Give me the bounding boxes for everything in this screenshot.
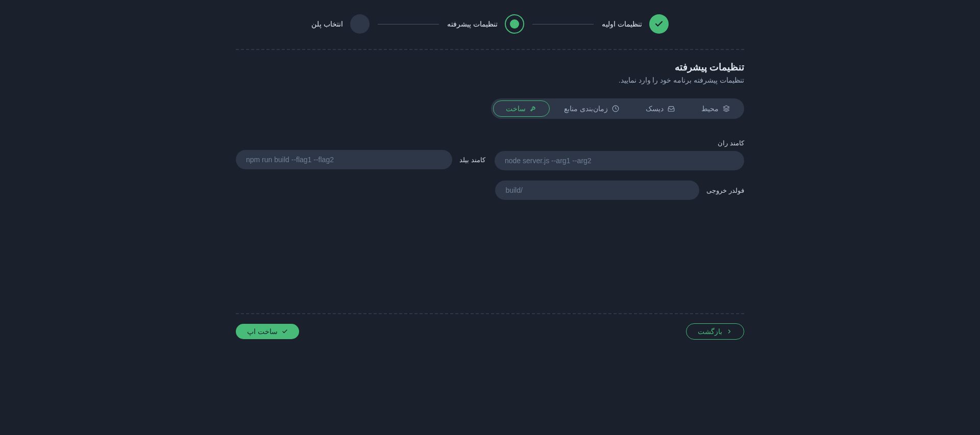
step-connector	[532, 24, 594, 24]
submit-button[interactable]: ساخت اپ	[236, 324, 299, 339]
run-command-label: کامند ران	[495, 139, 744, 147]
step-circle-completed	[649, 14, 669, 34]
divider	[236, 313, 744, 314]
tab-label: زمان‌بندی منابع	[564, 105, 608, 113]
tab-label: ساخت	[506, 105, 526, 113]
stepper: تنظیمات اولیه تنظیمات پیشرفته انتخاب پلن	[236, 14, 744, 34]
step-connector	[378, 24, 439, 24]
step-initial-settings: تنظیمات اولیه	[602, 14, 669, 34]
form-area: کامند ران کامند بیلد فولدر خروجی	[236, 139, 744, 200]
divider	[236, 49, 744, 50]
stack-icon	[723, 105, 730, 112]
tab-disk[interactable]: دیسک	[633, 101, 687, 116]
tab-env[interactable]: محیط	[689, 101, 742, 116]
step-label: انتخاب پلن	[311, 20, 343, 28]
check-icon	[654, 19, 664, 29]
step-advanced-settings: تنظیمات پیشرفته	[447, 14, 524, 34]
submit-button-label: ساخت اپ	[247, 327, 278, 336]
output-folder-label: فولدر خروجی	[706, 187, 744, 194]
wrench-icon	[530, 105, 537, 112]
check-icon	[282, 328, 288, 335]
tab-label: محیط	[701, 105, 719, 113]
tab-label: دیسک	[646, 105, 664, 113]
step-plan-selection: انتخاب پلن	[311, 14, 370, 34]
build-command-input[interactable]	[236, 150, 452, 169]
step-label: تنظیمات اولیه	[602, 20, 642, 28]
step-label: تنظیمات پیشرفته	[447, 20, 498, 28]
tab-cron[interactable]: زمان‌بندی منابع	[552, 101, 631, 116]
clock-icon	[612, 105, 619, 112]
build-command-label: کامند بیلد	[459, 156, 485, 164]
step-circle-pending	[350, 14, 370, 34]
section-subtitle: تنظیمات پیشرفته برنامه خود را وارد نمایی…	[236, 76, 744, 84]
output-folder-input[interactable]	[495, 181, 699, 200]
tab-build[interactable]: ساخت	[493, 100, 550, 117]
back-button[interactable]: بازگشت	[686, 323, 744, 340]
section-title: تنظیمات پیشرفته	[236, 61, 744, 73]
tabs: محیط دیسک زمان‌بندی منابع ساخت	[491, 98, 744, 119]
footer-actions: بازگشت ساخت اپ	[236, 323, 744, 340]
inbox-icon	[668, 105, 675, 112]
run-command-input[interactable]	[495, 151, 744, 170]
back-button-label: بازگشت	[698, 327, 722, 336]
chevron-right-icon	[726, 328, 732, 335]
step-circle-active	[505, 14, 524, 34]
